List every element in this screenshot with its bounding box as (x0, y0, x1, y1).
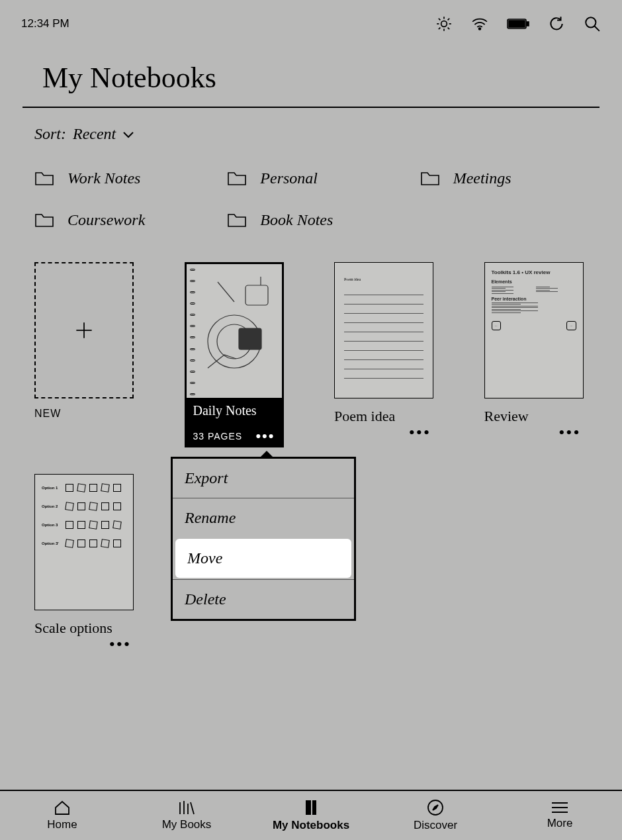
svg-line-6 (448, 28, 449, 29)
more-icon[interactable]: ••• (558, 423, 580, 442)
folder-coursework[interactable]: Coursework (34, 211, 214, 229)
nav-label: Home (47, 818, 77, 831)
divider (22, 107, 600, 108)
svg-rect-28 (312, 800, 316, 815)
menu-item-move[interactable]: Move (175, 539, 351, 578)
folder-meetings[interactable]: Meetings (420, 169, 600, 187)
svg-line-7 (439, 28, 440, 29)
more-icon[interactable]: ••• (409, 423, 431, 442)
thumb-sec2: Peer interaction (492, 297, 576, 301)
selected-panel: Daily Notes 33 PAGES ••• (187, 398, 282, 445)
review-preview: Toolkits 1.6 • UX review Elements Peer i… (492, 269, 576, 330)
notebook-title: Daily Notes (193, 403, 275, 418)
lined-preview: Poem idea (344, 277, 423, 379)
folder-label: Coursework (67, 211, 145, 229)
page-title: My Notebooks (22, 61, 600, 95)
menu-item-delete[interactable]: Delete (173, 579, 354, 619)
svg-rect-12 (527, 22, 529, 26)
svg-point-9 (479, 28, 481, 30)
new-label: NEW (34, 408, 134, 420)
status-icons (435, 15, 601, 32)
notebook-tile-review[interactable]: Toolkits 1.6 • UX review Elements Peer i… (484, 262, 584, 447)
folder-label: Book Notes (260, 211, 333, 229)
folder-icon (34, 212, 54, 228)
thumb-caption: Poem idea (344, 277, 423, 281)
nav-home[interactable]: Home (0, 791, 124, 840)
menu-icon (551, 801, 569, 814)
svg-line-21 (218, 282, 234, 302)
svg-marker-30 (433, 805, 438, 810)
svg-point-0 (441, 21, 447, 27)
notebook-icon (303, 799, 319, 816)
nav-more[interactable]: More (498, 791, 622, 840)
folder-icon (227, 171, 247, 187)
notebook-thumb[interactable]: Toolkits 1.6 • UX review Elements Peer i… (484, 262, 584, 398)
folder-label: Work Notes (67, 169, 140, 187)
svg-rect-19 (245, 285, 268, 305)
books-icon (177, 800, 197, 816)
new-notebook-tile[interactable]: NEW (34, 262, 134, 447)
home-icon (54, 800, 71, 816)
menu-item-rename[interactable]: Rename (173, 498, 354, 537)
nav-label: My Books (162, 818, 212, 831)
status-time: 12:34 PM (21, 17, 69, 30)
svg-rect-27 (306, 800, 311, 815)
folder-personal[interactable]: Personal (227, 169, 406, 187)
chevron-down-icon (122, 130, 134, 138)
notebook-tile-poem[interactable]: Poem idea Poem idea ••• (334, 262, 433, 447)
scale-preview: Option 1 Option 2 Option 3 Option 3' (42, 484, 126, 558)
svg-point-13 (586, 17, 596, 27)
folder-icon (227, 212, 247, 228)
svg-line-26 (191, 802, 194, 814)
folder-work-notes[interactable]: Work Notes (34, 169, 214, 187)
sync-icon[interactable] (548, 15, 565, 32)
context-menu: Export Rename Move Delete (171, 457, 356, 621)
nav-label: Discover (414, 819, 457, 832)
bottom-nav: Home My Books My Notebooks Discover More (0, 790, 622, 840)
svg-rect-20 (239, 328, 261, 350)
thumb-sec1: Elements (492, 279, 576, 284)
nav-my-books[interactable]: My Books (124, 791, 249, 840)
folders-grid: Work Notes Personal Meetings Coursework … (22, 169, 600, 229)
status-bar: 12:34 PM (0, 0, 622, 40)
nav-label: My Notebooks (273, 819, 349, 832)
notebook-thumb[interactable]: Option 1 Option 2 Option 3 Option 3' (34, 474, 134, 610)
thumb-heading: Toolkits 1.6 • UX review (492, 269, 576, 275)
notebook-tile-scale[interactable]: Option 1 Option 2 Option 3 Option 3' Sca… (34, 474, 134, 653)
notebook-thumb[interactable]: Poem idea (334, 262, 433, 398)
svg-line-8 (448, 19, 449, 20)
nav-my-notebooks[interactable]: My Notebooks (249, 791, 373, 840)
sort-control[interactable]: Sort: Recent (22, 125, 600, 143)
brightness-icon[interactable] (435, 15, 453, 32)
notebook-tile-daily[interactable]: Daily Notes 33 PAGES ••• (185, 262, 284, 447)
svg-rect-11 (509, 21, 525, 27)
folder-icon (420, 171, 440, 187)
wifi-icon[interactable] (471, 17, 488, 30)
sort-prefix: Sort: (34, 125, 66, 143)
pages-count: 33 PAGES (193, 431, 243, 442)
more-icon[interactable]: ••• (109, 635, 131, 654)
menu-item-export[interactable]: Export (173, 459, 354, 498)
svg-line-14 (594, 26, 600, 31)
battery-icon[interactable] (507, 18, 529, 30)
nav-label: More (547, 817, 573, 830)
search-icon[interactable] (584, 15, 601, 32)
new-notebook-thumb[interactable] (34, 262, 134, 398)
sketch-preview (189, 266, 280, 398)
sort-value: Recent (73, 125, 116, 143)
folder-book-notes[interactable]: Book Notes (227, 211, 406, 229)
svg-line-5 (439, 19, 440, 20)
notebook-thumb[interactable]: Daily Notes 33 PAGES ••• (185, 262, 284, 447)
folder-label: Meetings (453, 169, 511, 187)
nav-discover[interactable]: Discover (373, 791, 498, 840)
plus-icon (75, 321, 93, 340)
folder-label: Personal (260, 169, 318, 187)
folder-icon (34, 171, 54, 187)
compass-icon (427, 799, 444, 816)
